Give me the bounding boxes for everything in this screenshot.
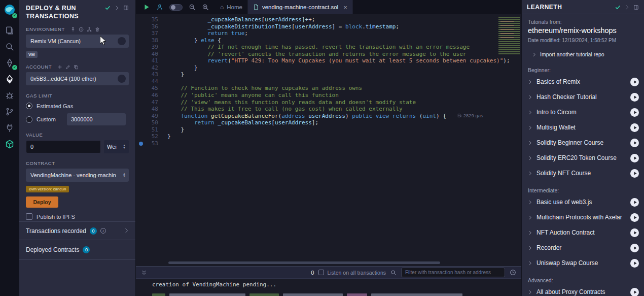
play-tutorial-button[interactable] (630, 228, 639, 237)
line-number[interactable]: 45 (136, 85, 167, 92)
line-number[interactable]: 37 (136, 30, 167, 37)
line-number[interactable]: 40 (136, 51, 167, 58)
focus-panel-icon[interactable] (114, 5, 120, 11)
search-icon[interactable] (0, 39, 19, 55)
line-number[interactable]: 38 (136, 37, 167, 44)
popout-panel-icon[interactable] (123, 5, 129, 11)
chevron-right-icon[interactable] (124, 228, 129, 234)
tutorial-item[interactable]: Basic use of web3.js (528, 194, 639, 210)
breakpoint-dot[interactable] (139, 142, 143, 146)
line-number[interactable]: 43 (136, 71, 167, 78)
custom-gas-input[interactable] (67, 113, 126, 125)
line-number[interactable]: 52 (136, 133, 167, 140)
play-tutorial-button[interactable] (630, 259, 639, 268)
close-tab-icon[interactable]: × (343, 4, 347, 11)
deploy-run-icon[interactable] (0, 71, 19, 87)
run-script-button[interactable] (143, 4, 150, 11)
horizontal-scrollbar[interactable] (168, 261, 440, 264)
line-number[interactable]: 51 (136, 126, 167, 134)
tutorial-item[interactable]: Multichain Protocols with Axelar (528, 210, 639, 225)
line-number[interactable]: 36 (136, 23, 167, 30)
line-number[interactable]: 47 (136, 99, 167, 106)
pin-icon[interactable] (70, 27, 76, 32)
collapse-terminal-icon[interactable] (141, 270, 147, 276)
terminal-filter-input[interactable] (401, 268, 505, 277)
solidity-compiler-icon[interactable]: ✓ (0, 55, 19, 71)
line-number[interactable]: 50 (136, 119, 167, 126)
line-number[interactable]: 46 (136, 92, 167, 99)
tutorial-item[interactable]: Recorder (528, 240, 639, 255)
line-number[interactable]: 48 (136, 106, 167, 113)
remixai-assistant-icon[interactable] (156, 4, 163, 11)
listen-checkbox[interactable] (318, 270, 324, 275)
deployed-contracts-row[interactable]: Deployed Contracts 0 (19, 240, 136, 260)
terminal-output[interactable]: creation of VendingMachine pending... (136, 279, 521, 296)
copy-account-icon[interactable] (74, 64, 79, 70)
play-tutorial-button[interactable] (630, 93, 639, 102)
line-number[interactable]: 35 (136, 16, 167, 23)
estimated-gas-radio[interactable] (26, 103, 32, 109)
tab-home[interactable]: ⌂ Home (215, 0, 248, 14)
tutorial-item[interactable]: Hash Checker Tutorial (528, 89, 639, 105)
play-tutorial-button[interactable] (630, 123, 639, 132)
value-unit-select[interactable]: Wei ▲▼ (104, 140, 129, 153)
sign-message-icon[interactable] (65, 64, 70, 70)
tutorial-item[interactable]: NFT Auction Contract (528, 225, 639, 240)
play-tutorial-button[interactable] (630, 169, 639, 178)
play-tutorial-button[interactable] (630, 139, 639, 147)
popout-panel-icon[interactable] (633, 5, 639, 10)
custom-gas-radio[interactable] (26, 116, 32, 123)
info-icon[interactable] (79, 27, 84, 32)
tutorial-item[interactable]: Solidity NFT Course (528, 166, 639, 181)
line-number[interactable]: 39 (136, 44, 167, 51)
focus-panel-icon[interactable] (624, 5, 630, 10)
trash-icon[interactable] (95, 27, 100, 32)
code-lines[interactable]: _cupcakeBalances[userAddress]++; _cupcak… (167, 14, 521, 266)
play-tutorial-button[interactable] (630, 78, 639, 86)
code-editor[interactable]: 35363738394041424344454647484950515253 _… (136, 14, 521, 266)
play-tutorial-button[interactable] (630, 288, 639, 296)
account-select[interactable]: 0x5B3...eddC4 (100 ether) (26, 72, 129, 85)
line-number[interactable]: 44 (136, 78, 167, 85)
tab-vending-machine-contract[interactable]: vending-machine-contract.sol × (248, 0, 353, 14)
transactions-recorded-row[interactable]: Transactions recorded 0 i (19, 221, 136, 240)
tutorial-item[interactable]: Multisig Wallet (528, 120, 639, 135)
tutorial-item[interactable]: Solidity ERC20 Token Course (528, 150, 639, 166)
editor-gutter[interactable]: 35363738394041424344454647484950515253 (136, 14, 167, 266)
contract-select[interactable]: VendingMachine - vending-machin ▲▼ (26, 169, 129, 182)
play-tutorial-button[interactable] (630, 244, 639, 252)
line-number[interactable]: 53 (136, 140, 167, 147)
zoom-in-icon[interactable] (202, 4, 209, 11)
select-knob-icon[interactable] (118, 37, 126, 45)
deploy-button[interactable]: Deploy (26, 196, 58, 208)
plugin-manager-icon[interactable] (0, 120, 19, 136)
git-icon[interactable] (0, 104, 19, 120)
tutorial-item[interactable]: Uniswap Swap Course (528, 255, 639, 271)
tutorial-item[interactable]: All about Proxy Contracts (528, 284, 639, 296)
tutorial-item[interactable]: Solidity Beginner Course (528, 135, 639, 150)
tutorial-item[interactable]: Intro to Circom (528, 105, 639, 120)
play-tutorial-button[interactable] (630, 154, 639, 162)
debugger-icon[interactable] (0, 87, 19, 104)
tutorial-item[interactable]: Basics of Remix (528, 74, 639, 89)
remix-logo[interactable]: ✓ (0, 0, 19, 19)
environment-select[interactable]: Remix VM (Cancun) (26, 35, 129, 48)
info-icon[interactable]: i (100, 228, 106, 234)
listen-all-transactions[interactable]: Listen on all transactions (318, 270, 386, 276)
zoom-out-icon[interactable] (189, 4, 196, 11)
line-number[interactable]: 41 (136, 57, 167, 64)
file-explorer-icon[interactable] (0, 22, 19, 39)
publish-ipfs-checkbox[interactable] (26, 213, 32, 220)
play-tutorial-button[interactable] (630, 198, 639, 207)
import-tutorial-repo[interactable]: Import another tutorial repo (528, 51, 638, 57)
add-account-icon[interactable] (57, 64, 62, 70)
pending-transactions-icon[interactable] (510, 269, 516, 276)
learneth-icon[interactable] (0, 136, 19, 152)
play-tutorial-button[interactable] (630, 108, 639, 117)
fork-icon[interactable] (87, 27, 92, 32)
select-knob-icon[interactable] (118, 75, 126, 83)
line-number[interactable]: 42 (136, 64, 167, 72)
value-input[interactable] (26, 140, 101, 153)
copilot-toggle[interactable] (169, 4, 183, 11)
play-tutorial-button[interactable] (630, 213, 639, 222)
